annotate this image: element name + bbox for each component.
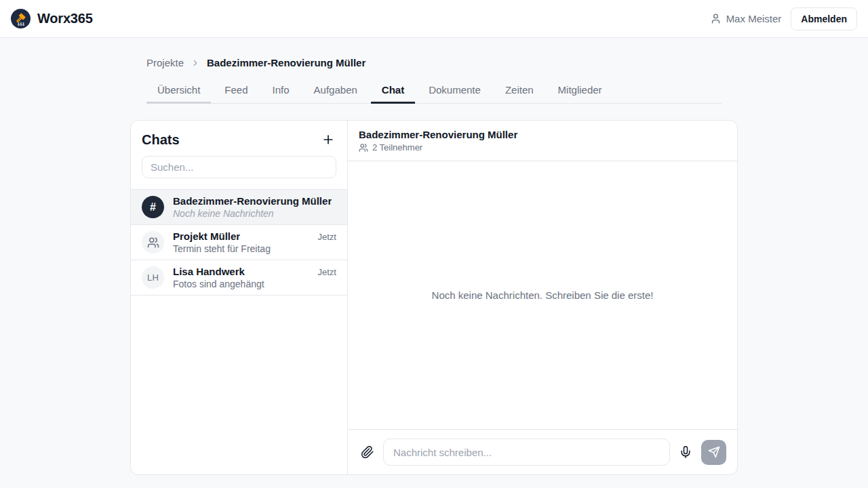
message-input[interactable] [383, 439, 670, 466]
chat-item-preview: Termin steht für Freitag [173, 243, 336, 254]
paperclip-icon [361, 445, 374, 459]
chat-item-preview: Fotos sind angehängt [173, 279, 336, 289]
breadcrumb: Projekte Badezimmer-Renovierung Müller [130, 57, 738, 68]
channel-hash-avatar: # [142, 196, 164, 218]
user-name-label: Max Meister [726, 13, 782, 24]
chevron-right-icon [191, 58, 200, 68]
send-icon [708, 446, 720, 458]
chat-list-item-lisa-handwerk[interactable]: LH Lisa Handwerk Jetzt Fotos sind angehä… [131, 260, 347, 296]
tab-chat[interactable]: Chat [371, 78, 415, 103]
chat-card: Chats # Badezimmer-Renovierung Müller [130, 120, 738, 475]
tab-aufgaben[interactable]: Aufgaben [303, 78, 368, 103]
tab-mitglieder[interactable]: Mitglieder [547, 78, 613, 103]
chat-list-item-badezimmer[interactable]: # Badezimmer-Renovierung Müller Noch kei… [131, 190, 347, 225]
chat-search-input[interactable] [142, 156, 336, 178]
new-chat-button[interactable] [320, 131, 336, 148]
participants-count: 2 Teilnehmer [372, 142, 422, 152]
chat-item-name: Lisa Handwerk [173, 266, 245, 277]
chats-sidebar: Chats # Badezimmer-Renovierung Müller [131, 121, 348, 474]
group-avatar [142, 231, 164, 253]
hash-glyph: # [150, 201, 156, 214]
chats-panel-title: Chats [142, 132, 180, 148]
users-icon [359, 143, 368, 152]
chat-list-item-projekt-mueller[interactable]: Projekt Müller Jetzt Termin steht für Fr… [131, 225, 347, 260]
main-content: Projekte Badezimmer-Renovierung Müller Ü… [130, 38, 738, 486]
initials-avatar: LH [142, 266, 164, 289]
conversation-title: Badezimmer-Renovierung Müller [359, 129, 726, 140]
breadcrumb-current-project: Badezimmer-Renovierung Müller [207, 57, 366, 68]
breadcrumb-projects-link[interactable]: Projekte [146, 57, 184, 68]
chat-list: # Badezimmer-Renovierung Müller Noch kei… [131, 189, 347, 474]
chat-item-name: Projekt Müller [173, 230, 240, 242]
message-composer [348, 429, 737, 474]
tab-info[interactable]: Info [262, 78, 300, 103]
topbar: Worx365 Max Meister Abmelden [0, 0, 868, 38]
mic-icon [679, 445, 692, 459]
conversation-panel: Badezimmer-Renovierung Müller 2 Teilnehm… [348, 121, 737, 474]
send-message-button[interactable] [701, 440, 726, 465]
conversation-header: Badezimmer-Renovierung Müller 2 Teilnehm… [348, 121, 737, 161]
tab-dokumente[interactable]: Dokumente [418, 78, 492, 103]
chat-item-name: Badezimmer-Renovierung Müller [173, 195, 332, 207]
empty-state-message: Noch keine Nachrichten. Schreiben Sie di… [432, 289, 654, 301]
users-icon [147, 237, 159, 249]
chat-item-time: Jetzt [318, 267, 336, 277]
tab-uebersicht[interactable]: Übersicht [146, 78, 211, 103]
avatar-initials-label: LH [147, 272, 159, 283]
current-user: Max Meister [710, 13, 782, 24]
tab-zeiten[interactable]: Zeiten [494, 78, 545, 103]
brand: Worx365 [11, 9, 93, 28]
voice-record-button[interactable] [677, 443, 694, 461]
user-icon [710, 13, 722, 24]
logout-button[interactable]: Abmelden [791, 7, 857, 30]
tab-feed[interactable]: Feed [214, 78, 258, 103]
attach-file-button[interactable] [359, 443, 376, 461]
plus-icon [321, 133, 335, 146]
chat-item-preview: Noch keine Nachrichten [173, 208, 336, 219]
app-title: Worx365 [37, 11, 93, 26]
worx365-logo-icon [11, 9, 31, 28]
messages-area: Noch keine Nachrichten. Schreiben Sie di… [348, 161, 737, 429]
chat-item-time: Jetzt [318, 232, 336, 242]
project-tabs: Übersicht Feed Info Aufgaben Chat Dokume… [146, 78, 722, 104]
